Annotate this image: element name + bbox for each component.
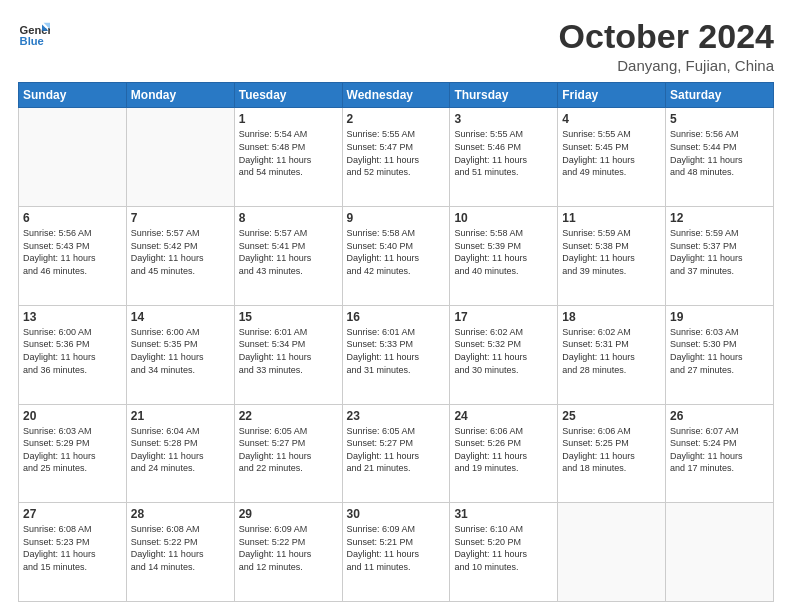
day-info: Sunrise: 5:58 AM Sunset: 5:39 PM Dayligh… xyxy=(454,227,553,277)
header-saturday: Saturday xyxy=(666,83,774,108)
day-cell: 13Sunrise: 6:00 AM Sunset: 5:36 PM Dayli… xyxy=(19,305,127,404)
day-cell: 14Sunrise: 6:00 AM Sunset: 5:35 PM Dayli… xyxy=(126,305,234,404)
day-cell: 15Sunrise: 6:01 AM Sunset: 5:34 PM Dayli… xyxy=(234,305,342,404)
day-number: 20 xyxy=(23,409,122,423)
day-cell: 21Sunrise: 6:04 AM Sunset: 5:28 PM Dayli… xyxy=(126,404,234,503)
day-number: 1 xyxy=(239,112,338,126)
day-info: Sunrise: 6:00 AM Sunset: 5:35 PM Dayligh… xyxy=(131,326,230,376)
day-cell: 9Sunrise: 5:58 AM Sunset: 5:40 PM Daylig… xyxy=(342,207,450,306)
day-cell: 7Sunrise: 5:57 AM Sunset: 5:42 PM Daylig… xyxy=(126,207,234,306)
day-cell: 25Sunrise: 6:06 AM Sunset: 5:25 PM Dayli… xyxy=(558,404,666,503)
day-cell: 18Sunrise: 6:02 AM Sunset: 5:31 PM Dayli… xyxy=(558,305,666,404)
day-info: Sunrise: 6:10 AM Sunset: 5:20 PM Dayligh… xyxy=(454,523,553,573)
day-info: Sunrise: 5:59 AM Sunset: 5:38 PM Dayligh… xyxy=(562,227,661,277)
day-cell: 4Sunrise: 5:55 AM Sunset: 5:45 PM Daylig… xyxy=(558,108,666,207)
week-row-1: 6Sunrise: 5:56 AM Sunset: 5:43 PM Daylig… xyxy=(19,207,774,306)
header-wednesday: Wednesday xyxy=(342,83,450,108)
day-info: Sunrise: 6:07 AM Sunset: 5:24 PM Dayligh… xyxy=(670,425,769,475)
day-number: 9 xyxy=(347,211,446,225)
header-monday: Monday xyxy=(126,83,234,108)
day-info: Sunrise: 6:08 AM Sunset: 5:23 PM Dayligh… xyxy=(23,523,122,573)
logo-icon: General Blue xyxy=(18,18,50,50)
day-info: Sunrise: 6:03 AM Sunset: 5:29 PM Dayligh… xyxy=(23,425,122,475)
location: Danyang, Fujian, China xyxy=(559,57,774,74)
day-cell: 31Sunrise: 6:10 AM Sunset: 5:20 PM Dayli… xyxy=(450,503,558,602)
day-number: 14 xyxy=(131,310,230,324)
weekday-header-row: Sunday Monday Tuesday Wednesday Thursday… xyxy=(19,83,774,108)
calendar-table: Sunday Monday Tuesday Wednesday Thursday… xyxy=(18,82,774,602)
header-tuesday: Tuesday xyxy=(234,83,342,108)
day-info: Sunrise: 6:06 AM Sunset: 5:25 PM Dayligh… xyxy=(562,425,661,475)
day-info: Sunrise: 5:57 AM Sunset: 5:42 PM Dayligh… xyxy=(131,227,230,277)
logo: General Blue xyxy=(18,18,50,50)
day-number: 13 xyxy=(23,310,122,324)
day-number: 15 xyxy=(239,310,338,324)
day-cell: 20Sunrise: 6:03 AM Sunset: 5:29 PM Dayli… xyxy=(19,404,127,503)
day-cell: 28Sunrise: 6:08 AM Sunset: 5:22 PM Dayli… xyxy=(126,503,234,602)
day-cell: 2Sunrise: 5:55 AM Sunset: 5:47 PM Daylig… xyxy=(342,108,450,207)
day-cell: 12Sunrise: 5:59 AM Sunset: 5:37 PM Dayli… xyxy=(666,207,774,306)
day-number: 26 xyxy=(670,409,769,423)
header-thursday: Thursday xyxy=(450,83,558,108)
day-cell xyxy=(19,108,127,207)
day-cell xyxy=(666,503,774,602)
day-info: Sunrise: 6:05 AM Sunset: 5:27 PM Dayligh… xyxy=(239,425,338,475)
day-cell: 5Sunrise: 5:56 AM Sunset: 5:44 PM Daylig… xyxy=(666,108,774,207)
day-info: Sunrise: 6:01 AM Sunset: 5:33 PM Dayligh… xyxy=(347,326,446,376)
day-number: 29 xyxy=(239,507,338,521)
header: General Blue October 2024 Danyang, Fujia… xyxy=(18,18,774,74)
day-info: Sunrise: 5:54 AM Sunset: 5:48 PM Dayligh… xyxy=(239,128,338,178)
day-info: Sunrise: 6:01 AM Sunset: 5:34 PM Dayligh… xyxy=(239,326,338,376)
day-info: Sunrise: 6:04 AM Sunset: 5:28 PM Dayligh… xyxy=(131,425,230,475)
day-cell: 10Sunrise: 5:58 AM Sunset: 5:39 PM Dayli… xyxy=(450,207,558,306)
day-cell: 1Sunrise: 5:54 AM Sunset: 5:48 PM Daylig… xyxy=(234,108,342,207)
day-info: Sunrise: 6:08 AM Sunset: 5:22 PM Dayligh… xyxy=(131,523,230,573)
week-row-4: 27Sunrise: 6:08 AM Sunset: 5:23 PM Dayli… xyxy=(19,503,774,602)
day-cell xyxy=(126,108,234,207)
day-info: Sunrise: 5:55 AM Sunset: 5:47 PM Dayligh… xyxy=(347,128,446,178)
svg-text:Blue: Blue xyxy=(20,35,44,47)
day-info: Sunrise: 6:05 AM Sunset: 5:27 PM Dayligh… xyxy=(347,425,446,475)
day-number: 30 xyxy=(347,507,446,521)
month-title: October 2024 xyxy=(559,18,774,55)
day-info: Sunrise: 6:09 AM Sunset: 5:21 PM Dayligh… xyxy=(347,523,446,573)
day-cell: 3Sunrise: 5:55 AM Sunset: 5:46 PM Daylig… xyxy=(450,108,558,207)
day-number: 7 xyxy=(131,211,230,225)
week-row-2: 13Sunrise: 6:00 AM Sunset: 5:36 PM Dayli… xyxy=(19,305,774,404)
day-number: 28 xyxy=(131,507,230,521)
day-cell: 26Sunrise: 6:07 AM Sunset: 5:24 PM Dayli… xyxy=(666,404,774,503)
day-info: Sunrise: 5:56 AM Sunset: 5:43 PM Dayligh… xyxy=(23,227,122,277)
week-row-3: 20Sunrise: 6:03 AM Sunset: 5:29 PM Dayli… xyxy=(19,404,774,503)
day-number: 3 xyxy=(454,112,553,126)
day-number: 18 xyxy=(562,310,661,324)
day-cell: 6Sunrise: 5:56 AM Sunset: 5:43 PM Daylig… xyxy=(19,207,127,306)
day-number: 12 xyxy=(670,211,769,225)
day-cell: 27Sunrise: 6:08 AM Sunset: 5:23 PM Dayli… xyxy=(19,503,127,602)
day-number: 8 xyxy=(239,211,338,225)
day-info: Sunrise: 6:02 AM Sunset: 5:32 PM Dayligh… xyxy=(454,326,553,376)
day-cell: 11Sunrise: 5:59 AM Sunset: 5:38 PM Dayli… xyxy=(558,207,666,306)
day-cell: 19Sunrise: 6:03 AM Sunset: 5:30 PM Dayli… xyxy=(666,305,774,404)
day-cell: 8Sunrise: 5:57 AM Sunset: 5:41 PM Daylig… xyxy=(234,207,342,306)
day-info: Sunrise: 5:58 AM Sunset: 5:40 PM Dayligh… xyxy=(347,227,446,277)
day-cell: 17Sunrise: 6:02 AM Sunset: 5:32 PM Dayli… xyxy=(450,305,558,404)
week-row-0: 1Sunrise: 5:54 AM Sunset: 5:48 PM Daylig… xyxy=(19,108,774,207)
day-number: 31 xyxy=(454,507,553,521)
day-number: 24 xyxy=(454,409,553,423)
day-number: 16 xyxy=(347,310,446,324)
day-info: Sunrise: 5:59 AM Sunset: 5:37 PM Dayligh… xyxy=(670,227,769,277)
page: General Blue October 2024 Danyang, Fujia… xyxy=(0,0,792,612)
day-cell: 22Sunrise: 6:05 AM Sunset: 5:27 PM Dayli… xyxy=(234,404,342,503)
day-cell: 24Sunrise: 6:06 AM Sunset: 5:26 PM Dayli… xyxy=(450,404,558,503)
day-number: 22 xyxy=(239,409,338,423)
day-cell: 16Sunrise: 6:01 AM Sunset: 5:33 PM Dayli… xyxy=(342,305,450,404)
day-number: 23 xyxy=(347,409,446,423)
day-number: 21 xyxy=(131,409,230,423)
day-number: 10 xyxy=(454,211,553,225)
day-number: 2 xyxy=(347,112,446,126)
day-info: Sunrise: 5:55 AM Sunset: 5:46 PM Dayligh… xyxy=(454,128,553,178)
day-info: Sunrise: 6:06 AM Sunset: 5:26 PM Dayligh… xyxy=(454,425,553,475)
title-block: October 2024 Danyang, Fujian, China xyxy=(559,18,774,74)
day-number: 11 xyxy=(562,211,661,225)
day-info: Sunrise: 5:55 AM Sunset: 5:45 PM Dayligh… xyxy=(562,128,661,178)
